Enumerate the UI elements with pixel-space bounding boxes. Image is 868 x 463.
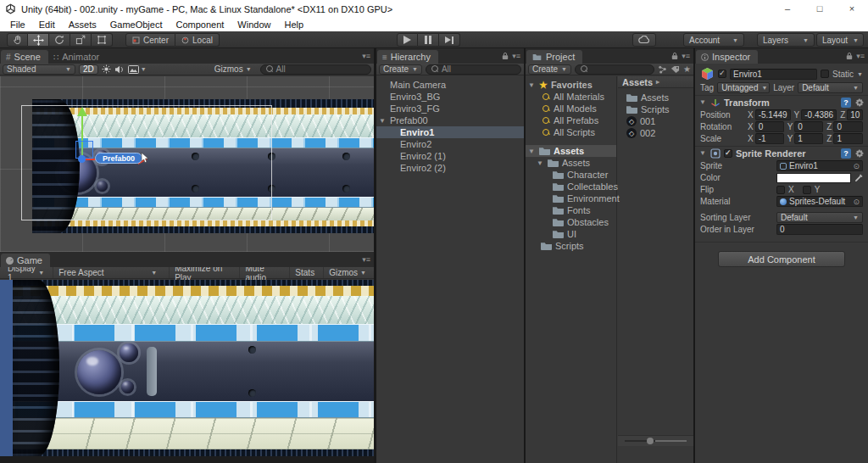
panel-menu-icon[interactable]: ▾≡ [362, 255, 370, 264]
tab-hierarchy[interactable]: ≡ Hierarchy [377, 50, 438, 64]
scale-y-field[interactable]: 1 [794, 133, 823, 144]
search-by-label-icon[interactable] [670, 65, 680, 74]
help-icon[interactable]: ? [841, 148, 851, 159]
shading-mode-dropdown[interactable]: Shaded▼ [3, 64, 75, 75]
hierarchy-search-input[interactable]: All [426, 64, 521, 75]
color-swatch[interactable] [776, 173, 851, 183]
eyedropper-icon[interactable] [854, 174, 863, 182]
hierarchy-item-prefab00[interactable]: ▼ Prefab00 [376, 114, 524, 126]
folder-character[interactable]: Character [526, 169, 616, 181]
project-create-button[interactable]: Create▼ [528, 64, 571, 75]
object-name-field[interactable]: Enviro1 [730, 69, 817, 80]
effects-dropdown[interactable]: ▼ [128, 65, 147, 74]
gizmo-y-arrowhead[interactable] [77, 107, 87, 116]
menu-assets[interactable]: Assets [62, 20, 103, 30]
aspect-dropdown[interactable]: Free Aspect▼ [53, 267, 162, 278]
favorite-all-scripts[interactable]: All Scripts [526, 126, 616, 138]
play-button[interactable] [397, 33, 418, 47]
stats-button[interactable]: Stats [289, 267, 320, 278]
slider-thumb[interactable] [647, 438, 654, 444]
active-checkbox[interactable] [718, 70, 726, 78]
close-button[interactable]: × [836, 0, 868, 18]
panel-menu-icon[interactable]: ▾≡ [512, 52, 520, 60]
foldout-open-icon[interactable]: ▼ [378, 117, 387, 125]
favorite-all-prefabs[interactable]: All Prefabs [526, 114, 616, 126]
search-by-type-icon[interactable] [658, 65, 667, 74]
audio-toggle-button[interactable] [114, 65, 125, 74]
layer-dropdown[interactable]: Default▼ [798, 82, 863, 93]
scene-search-input[interactable]: All [260, 64, 371, 75]
lock-icon[interactable] [846, 52, 853, 60]
hierarchy-create-button[interactable]: Create▼ [379, 64, 422, 75]
sprite-object-field[interactable]: Enviro1 ⊙ [776, 160, 863, 171]
transform-component-header[interactable]: ▼ Transform ? [695, 95, 868, 109]
add-component-button[interactable]: Add Component [718, 251, 845, 267]
foldout-open-icon[interactable]: ▼ [698, 149, 707, 157]
folder-environment[interactable]: Environment [526, 192, 616, 204]
order-in-layer-field[interactable]: 0 [776, 224, 863, 235]
asset-item-001[interactable]: ◇001 [618, 115, 693, 127]
help-icon[interactable]: ? [841, 98, 851, 108]
menu-help[interactable]: Help [277, 20, 310, 30]
menu-component[interactable]: Component [169, 20, 231, 30]
sorting-layer-dropdown[interactable]: Default▼ [776, 212, 863, 223]
project-breadcrumb[interactable]: Assets ▸ [618, 76, 693, 88]
hierarchy-item-enviro1[interactable]: Enviro1 [376, 126, 524, 138]
foldout-open-icon[interactable]: ▼ [527, 148, 536, 155]
asset-item-assets[interactable]: Assets [618, 92, 693, 103]
scene-viewport[interactable]: Prefab00 [0, 76, 374, 252]
favorites-root[interactable]: ▼ ★ Favorites [526, 79, 616, 91]
restore-button[interactable]: □ [804, 0, 836, 18]
gear-icon[interactable] [854, 98, 865, 108]
folder-obstacles[interactable]: Obstacles [526, 216, 616, 228]
mute-audio-button[interactable]: Mute audio [239, 267, 286, 278]
sprite-renderer-component-header[interactable]: ▼ Sprite Renderer ? [695, 146, 868, 159]
object-picker-icon[interactable]: ⊙ [853, 162, 860, 170]
step-button[interactable] [439, 33, 460, 47]
menu-window[interactable]: Window [231, 20, 277, 30]
tab-animator[interactable]: ∷ Animator [48, 50, 107, 64]
save-search-star-icon[interactable]: ★ [683, 64, 691, 74]
tag-dropdown[interactable]: Untagged▼ [717, 82, 770, 93]
assets-root-folder[interactable]: ▼ Assets [526, 145, 616, 157]
hierarchy-item-enviro2-2[interactable]: Enviro2 (2) [376, 162, 524, 174]
display-dropdown[interactable]: Display 1▼ [3, 267, 49, 278]
rotation-x-field[interactable]: 0 [755, 121, 784, 132]
rotation-z-field[interactable]: 0 [833, 121, 863, 132]
folder-scripts[interactable]: Scripts [526, 240, 616, 252]
foldout-open-icon[interactable]: ▼ [536, 159, 544, 167]
assets-sub-folder[interactable]: ▼ Assets [526, 157, 616, 169]
flip-y-checkbox[interactable] [803, 186, 811, 194]
maximize-on-play-button[interactable]: Maximize on Play [169, 267, 236, 278]
static-checkbox[interactable] [821, 70, 829, 78]
foldout-open-icon[interactable]: ▼ [698, 98, 707, 106]
move-tool-button[interactable] [28, 33, 49, 47]
scale-tool-button[interactable] [70, 33, 92, 47]
folder-ui[interactable]: UI [526, 228, 616, 240]
scene-gizmos-dropdown[interactable]: Gizmos▼ [209, 64, 257, 75]
asset-item-002[interactable]: ◇002 [618, 127, 693, 139]
material-object-field[interactable]: Sprites-Default ⊙ [776, 196, 863, 207]
position-z-field[interactable]: 10 [847, 109, 863, 120]
tab-project[interactable]: Project [526, 50, 582, 64]
object-picker-icon[interactable]: ⊙ [853, 198, 860, 206]
lock-icon[interactable] [502, 52, 509, 60]
folder-collectables[interactable]: Collectables [526, 181, 616, 192]
hierarchy-item-main-camera[interactable]: Main Camera [376, 79, 524, 91]
cloud-services-button[interactable] [632, 33, 656, 47]
space-toggle-button[interactable]: Local [175, 33, 220, 47]
2d-toggle-button[interactable]: 2D [79, 64, 98, 75]
tab-game[interactable]: Game [1, 254, 50, 267]
tab-inspector[interactable]: Inspector [696, 50, 758, 64]
gear-icon[interactable] [854, 148, 865, 159]
hierarchy-item-enviro2[interactable]: Enviro2 [376, 138, 524, 150]
gizmo-origin[interactable] [78, 155, 86, 163]
rotation-y-field[interactable]: 0 [794, 121, 823, 132]
asset-item-scripts[interactable]: Scripts [618, 103, 693, 115]
favorite-all-materials[interactable]: All Materials [526, 91, 616, 103]
hierarchy-item-enviro3-fg[interactable]: Enviro3_FG [376, 103, 524, 114]
rect-tool-button[interactable] [92, 33, 113, 47]
panel-menu-icon[interactable]: ▾≡ [856, 52, 865, 60]
account-dropdown[interactable]: Account▼ [683, 33, 744, 47]
lighting-toggle-button[interactable] [102, 64, 111, 74]
